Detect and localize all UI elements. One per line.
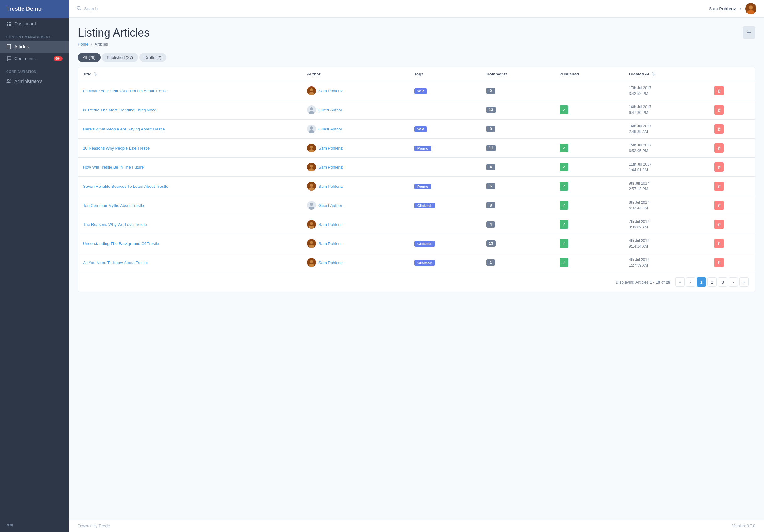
delete-button[interactable]: 🗑 (714, 182, 724, 191)
pagination-last[interactable]: » (739, 277, 749, 287)
pagination-page-2[interactable]: 2 (707, 277, 717, 287)
grid-icon (6, 21, 11, 26)
table-row: Is Trestle The Most Trending Thing Now?G… (78, 100, 755, 120)
breadcrumb-home-link[interactable]: Home (78, 42, 89, 47)
col-created-at[interactable]: Created At ⇅ (624, 67, 709, 81)
row-created-at: 9th Jul 20172:57:13 PM (624, 177, 709, 196)
author-avatar (307, 258, 316, 267)
author-name: Sam Pohlenz (318, 260, 342, 265)
table-row: Seven Reliable Sources To Learn About Tr… (78, 177, 755, 196)
row-created-at: 8th Jul 20175:32:43 AM (624, 196, 709, 215)
col-comments: Comments (481, 67, 554, 81)
row-actions: 🗑 (709, 177, 755, 196)
author-name: Guest Author (318, 127, 342, 131)
sidebar-item-dashboard[interactable]: Dashboard (0, 18, 69, 30)
page-header: Listing Articles + (78, 26, 755, 40)
tab-drafts[interactable]: Drafts (2) (139, 53, 166, 62)
row-comments: 4 (481, 215, 554, 234)
add-article-button[interactable]: + (743, 26, 755, 39)
chevron-down-icon: ▼ (739, 7, 742, 10)
author-avatar (307, 125, 316, 133)
row-published: ✓ (554, 253, 624, 272)
comment-count: 0 (486, 126, 495, 132)
row-published (554, 81, 624, 100)
author-avatar (307, 220, 316, 229)
avatar (745, 3, 756, 14)
pagination-prev[interactable]: ‹ (686, 277, 695, 287)
svg-point-41 (310, 241, 313, 244)
row-comments: 8 (481, 196, 554, 215)
delete-button[interactable]: 🗑 (714, 162, 724, 172)
article-title-link[interactable]: Seven Reliable Sources To Learn About Tr… (83, 184, 168, 189)
author-name: Sam Pohlenz (318, 165, 342, 170)
pagination-first[interactable]: « (675, 277, 685, 287)
comments-badge: 99+ (54, 56, 63, 61)
sidebar-articles-label: Articles (14, 44, 29, 49)
sidebar-item-comments[interactable]: Comments 99+ (0, 53, 69, 65)
delete-button[interactable]: 🗑 (714, 105, 724, 114)
row-published: ✓ (554, 158, 624, 177)
delete-button[interactable]: 🗑 (714, 200, 724, 210)
row-created-at: 4th Jul 20179:14:24 AM (624, 234, 709, 253)
user-name: Sam Pohlenz (709, 6, 736, 11)
pagination-page-3[interactable]: 3 (718, 277, 727, 287)
row-tag: Clickbait (409, 253, 481, 272)
footer: Powered by Trestle Version: 0.7.0 (69, 520, 764, 532)
row-title: Ten Common Myths About Trestle (78, 196, 302, 215)
row-published: ✓ (554, 215, 624, 234)
svg-point-29 (310, 165, 313, 168)
sidebar-item-articles[interactable]: Articles (0, 41, 69, 53)
article-title-link[interactable]: 10 Reasons Why People Like Trestle (83, 146, 150, 151)
delete-button[interactable]: 🗑 (714, 86, 724, 95)
author-name: Guest Author (318, 203, 342, 208)
comment-count: 8 (486, 202, 495, 208)
delete-button[interactable]: 🗑 (714, 124, 724, 134)
row-tag (409, 158, 481, 177)
svg-rect-2 (7, 24, 8, 26)
published-check: ✓ (560, 220, 568, 229)
search-input[interactable] (84, 6, 146, 11)
col-actions (709, 67, 755, 81)
content-area: Listing Articles + Home / Articles All (… (69, 18, 764, 520)
row-created-at: 16th Jul 20172:46:39 AM (624, 120, 709, 139)
article-title-link[interactable]: How Will Trestle Be In The Future (83, 165, 144, 170)
table-row: Eliminate Your Fears And Doubts About Tr… (78, 81, 755, 100)
article-title-link[interactable]: Eliminate Your Fears And Doubts About Tr… (83, 88, 167, 93)
pagination-next[interactable]: › (729, 277, 738, 287)
article-title-link[interactable]: Is Trestle The Most Trending Thing Now? (83, 108, 157, 112)
delete-button[interactable]: 🗑 (714, 143, 724, 153)
row-created-at: 4th Jul 20171:27:59 AM (624, 253, 709, 272)
row-published: ✓ (554, 100, 624, 120)
article-title-link[interactable]: Here's What People Are Saying About Tres… (83, 127, 165, 131)
row-actions: 🗑 (709, 81, 755, 100)
sidebar-item-administrators[interactable]: Administrators (0, 75, 69, 87)
sidebar-collapse[interactable]: ◀◀ (0, 517, 69, 532)
col-author[interactable]: Author (302, 67, 409, 81)
delete-button[interactable]: 🗑 (714, 258, 724, 267)
powered-by: Powered by Trestle (78, 524, 110, 528)
svg-rect-5 (8, 46, 10, 46)
svg-point-32 (310, 184, 313, 187)
row-actions: 🗑 (709, 120, 755, 139)
article-title-link[interactable]: The Reasons Why We Love Trestle (83, 222, 147, 227)
comment-count: 4 (486, 164, 495, 170)
delete-button[interactable]: 🗑 (714, 220, 724, 229)
pagination-page-1[interactable]: 1 (697, 277, 706, 287)
row-created-at: 16th Jul 20176:47:30 PM (624, 100, 709, 120)
tab-published[interactable]: Published (27) (102, 53, 138, 62)
article-title-link[interactable]: Ten Common Myths About Trestle (83, 203, 144, 208)
col-title[interactable]: Title ⇅ (78, 67, 302, 81)
svg-point-38 (310, 222, 313, 225)
tag-badge: Promo (414, 184, 432, 189)
svg-rect-3 (9, 24, 11, 26)
pagination-info: Displaying Articles 1 - 10 of 29 (616, 280, 670, 285)
delete-button[interactable]: 🗑 (714, 239, 724, 248)
article-title-link[interactable]: Understanding The Background Of Trestle (83, 241, 159, 246)
app-logo[interactable]: Trestle Demo (0, 0, 69, 18)
comment-count: 0 (486, 88, 495, 94)
tab-all[interactable]: All (29) (78, 53, 100, 62)
row-author: Sam Pohlenz (302, 158, 409, 177)
svg-rect-6 (8, 47, 10, 47)
svg-rect-0 (7, 22, 8, 24)
article-title-link[interactable]: All You Need To Know About Trestle (83, 260, 148, 265)
